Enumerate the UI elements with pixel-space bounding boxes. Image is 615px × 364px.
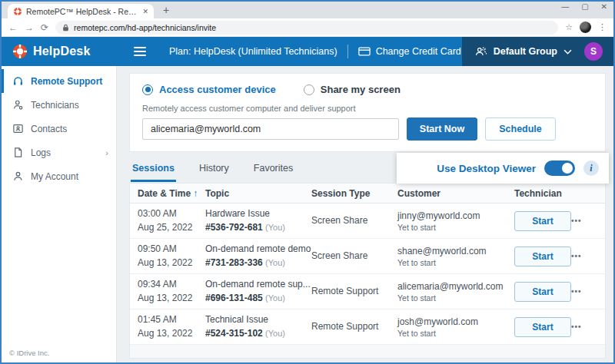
- window-close-button[interactable]: ✕: [601, 2, 607, 11]
- column-header-date-time[interactable]: Date & Time↑: [138, 188, 205, 199]
- session-time: 03:00 AM: [138, 207, 205, 220]
- browser-menu-icon[interactable]: ⋮: [598, 22, 607, 32]
- session-status: Yet to start: [397, 329, 514, 338]
- tab-history[interactable]: History: [198, 160, 231, 182]
- tab-sessions[interactable]: Sessions: [131, 160, 176, 182]
- desktop-viewer-label: Use Desktop Viewer: [437, 163, 536, 174]
- copyright-footer: © IDrive Inc.: [9, 349, 49, 357]
- sidebar: Remote Support Technicians Contacts Logs…: [2, 66, 117, 362]
- radio-label: Access customer device: [159, 84, 276, 95]
- column-header-session-type[interactable]: Session Type: [311, 188, 397, 199]
- session-topic: On-demand remote sup...: [205, 278, 311, 291]
- customer-email-input[interactable]: [142, 118, 399, 140]
- session-time: 01:45 AM: [138, 313, 205, 326]
- sidebar-item-my-account[interactable]: My Account: [2, 164, 116, 188]
- session-id: #536-792-681: [205, 222, 263, 233]
- group-icon: [474, 46, 487, 57]
- session-status: Yet to start: [397, 223, 514, 232]
- sidebar-item-remote-support[interactable]: Remote Support: [2, 69, 116, 93]
- start-session-button[interactable]: Start: [514, 282, 571, 302]
- sort-asc-icon: ↑: [193, 188, 198, 199]
- session-topic: Hardware Issue: [205, 207, 311, 220]
- start-session-button[interactable]: Start: [514, 247, 571, 266]
- url-text: remotepc.com/hd-app/technicians/invite: [74, 23, 216, 32]
- user-avatar[interactable]: S: [584, 42, 603, 61]
- radio-dot-icon: [142, 84, 153, 95]
- sidebar-item-label: My Account: [31, 171, 78, 182]
- window-maximize-button[interactable]: ▢: [581, 2, 588, 11]
- desktop-viewer-card: Use Desktop Viewer i: [397, 153, 609, 184]
- customer-email: jinny@myworld.com: [397, 210, 514, 223]
- session-time: 09:50 AM: [138, 243, 205, 256]
- browser-tab[interactable]: RemotePC™ HelpDesk - Remote ✕: [8, 4, 154, 18]
- brand: HelpDesk: [2, 44, 117, 59]
- sessions-table: Date & Time↑ Topic Session Type Customer…: [129, 183, 606, 359]
- back-icon[interactable]: ←: [8, 23, 18, 32]
- session-date: Aug 13, 2022: [138, 256, 205, 270]
- chevron-right-icon: ›: [105, 148, 108, 157]
- row-more-icon[interactable]: •••: [571, 217, 605, 225]
- radio-access-customer-device[interactable]: Access customer device: [142, 84, 276, 95]
- row-more-icon[interactable]: •••: [571, 323, 605, 331]
- sidebar-item-technicians[interactable]: Technicians: [2, 93, 116, 117]
- bookmark-star-icon[interactable]: ☆: [565, 22, 573, 32]
- main-content: Access customer device Share my screen R…: [117, 66, 613, 362]
- session-type: Screen Share: [311, 250, 397, 263]
- session-topic: Technical Issue: [205, 313, 311, 326]
- tab-favorites[interactable]: Favorites: [252, 160, 294, 182]
- window-minimize-button[interactable]: —: [561, 2, 569, 11]
- technician-icon: [12, 99, 24, 111]
- session-owner: (You): [265, 293, 285, 303]
- url-bar[interactable]: remotepc.com/hd-app/technicians/invite: [55, 21, 558, 35]
- sidebar-item-label: Remote Support: [31, 76, 102, 87]
- session-type: Remote Support: [311, 285, 397, 298]
- session-id: #524-315-102: [205, 328, 263, 339]
- customer-email: josh@myworld.com: [397, 316, 514, 329]
- chevron-down-icon: [563, 49, 572, 55]
- column-header-customer[interactable]: Customer: [397, 188, 514, 199]
- start-now-button[interactable]: Start Now: [407, 117, 477, 141]
- header-divider: [347, 45, 348, 58]
- contact-card-icon: [12, 123, 24, 134]
- hamburger-menu-icon[interactable]: [134, 47, 146, 56]
- radio-share-my-screen[interactable]: Share my screen: [304, 84, 401, 95]
- row-more-icon[interactable]: •••: [571, 287, 605, 296]
- session-owner: (You): [265, 223, 285, 232]
- info-icon[interactable]: i: [583, 160, 599, 176]
- table-row: 09:34 AMAug 13, 2022 On-demand remote su…: [130, 274, 605, 309]
- group-selector[interactable]: Default Group: [474, 46, 572, 57]
- headset-icon: [12, 75, 24, 87]
- session-date: Aug 13, 2022: [138, 292, 205, 305]
- session-id: #696-131-485: [205, 293, 263, 303]
- radio-dot-icon: [304, 84, 314, 95]
- column-header-topic[interactable]: Topic: [205, 188, 311, 199]
- table-header-row: Date & Time↑ Topic Session Type Customer…: [130, 184, 605, 204]
- lifebuoy-favicon: [13, 7, 22, 16]
- forward-icon[interactable]: →: [25, 23, 34, 32]
- row-more-icon[interactable]: •••: [571, 252, 605, 260]
- start-session-button[interactable]: Start: [514, 211, 571, 231]
- change-credit-card-label: Change Credit Card: [376, 46, 461, 57]
- browser-profile-avatar[interactable]: [580, 22, 591, 33]
- sidebar-item-label: Technicians: [31, 100, 79, 111]
- column-header-technician[interactable]: Technician: [514, 188, 571, 199]
- schedule-button[interactable]: Schedule: [485, 117, 556, 141]
- change-credit-card-button[interactable]: Change Credit Card: [358, 46, 461, 57]
- tab-close-icon[interactable]: ✕: [142, 8, 148, 15]
- session-owner: (You): [265, 258, 285, 267]
- customer-email: alicemaria@myworld.com: [397, 280, 514, 293]
- plan-label: Plan: HelpDesk (Unlimited Technicians): [169, 46, 337, 57]
- new-tab-button[interactable]: +: [163, 4, 169, 16]
- session-id: #731-283-336: [205, 257, 263, 268]
- browser-tabstrip: RemotePC™ HelpDesk - Remote ✕ + — ▢ ✕: [2, 2, 613, 18]
- desktop-viewer-toggle[interactable]: [544, 160, 575, 176]
- reload-icon[interactable]: ⟳: [41, 23, 48, 32]
- brand-name: HelpDesk: [33, 45, 91, 58]
- sidebar-item-contacts[interactable]: Contacts: [2, 117, 116, 141]
- sidebar-item-label: Logs: [31, 147, 51, 158]
- customer-email: shane@myworld.com: [397, 245, 514, 258]
- table-footer-strip: [130, 345, 605, 358]
- start-session-button[interactable]: Start: [514, 317, 571, 337]
- sidebar-item-logs[interactable]: Logs ›: [2, 141, 116, 164]
- app-header: HelpDesk Plan: HelpDesk (Unlimited Techn…: [2, 37, 613, 66]
